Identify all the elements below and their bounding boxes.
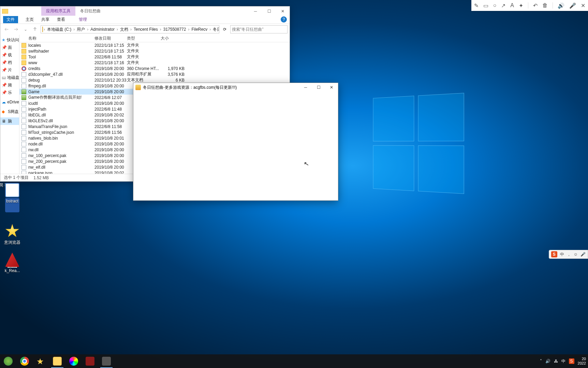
file-row[interactable]: www2022/1/18 17:16文件夹	[19, 60, 290, 66]
column-headers[interactable]: 名称 修改日期 类型 大小	[19, 35, 290, 42]
col-size[interactable]: 大小	[161, 36, 169, 41]
start-button[interactable]	[0, 354, 16, 368]
chevron-right-icon[interactable]: ›	[87, 27, 88, 32]
chevron-right-icon[interactable]: ›	[188, 27, 189, 32]
crumb-qq[interactable]: 3175508772	[162, 27, 188, 32]
chevron-right-icon[interactable]: ›	[117, 27, 118, 32]
nav-pinned-item[interactable]: 📌乐	[0, 89, 19, 96]
close-button[interactable]: ✕	[325, 83, 338, 92]
desktop-icon-browser[interactable]: 意浏览器	[0, 224, 25, 245]
text-icon[interactable]: A	[510, 2, 514, 9]
tray-clock[interactable]: 20 2022	[578, 357, 586, 366]
speaker-icon[interactable]: 🔊	[558, 2, 564, 9]
ime-mic-icon[interactable]: 🎤	[580, 252, 586, 257]
game-titlebar[interactable]: 冬日狂想曲-更多游戏资源：acgfbs.com(每日更新!!!) ─ ☐ ✕	[133, 83, 338, 92]
chevron-right-icon[interactable]: ›	[130, 27, 132, 32]
tab-manage[interactable]: 管理	[79, 17, 87, 23]
chevron-right-icon[interactable]: ›	[209, 27, 211, 32]
nav-wps-drive[interactable]: ◆S网盘	[0, 108, 19, 115]
chevron-right-icon[interactable]: ›	[73, 27, 75, 32]
nav-pinned-item[interactable]: 📌档	[0, 59, 19, 66]
refresh-button[interactable]: ⟳	[221, 27, 229, 32]
taskbar-app[interactable]	[82, 354, 98, 368]
close-button[interactable]: ✕	[276, 6, 290, 16]
undo-icon[interactable]: ↶	[533, 2, 538, 9]
nav-this-pc[interactable]: 🖥脑	[0, 117, 19, 125]
col-name[interactable]: 名称	[28, 36, 36, 41]
crumb-tencent[interactable]: Tencent Files	[132, 27, 159, 32]
close-icon[interactable]: ✕	[581, 2, 585, 9]
nav-recent-button[interactable]: ⌄	[21, 25, 30, 33]
help-button[interactable]: ?	[281, 16, 287, 23]
col-type[interactable]: 类型	[127, 36, 135, 41]
tray-ime-lang[interactable]: 中	[561, 358, 565, 364]
ime-lang[interactable]: 中	[560, 252, 564, 257]
tray-sogou-icon[interactable]: S	[569, 358, 574, 364]
explorer-ribbon-tabs: 文件 主页 共享 查看 管理 ?	[0, 16, 290, 24]
ime-floating-bar[interactable]: S 中 ， ☺ 🎤	[549, 250, 588, 259]
maximize-button[interactable]: ☐	[312, 83, 325, 92]
taskbar-chrome[interactable]	[16, 354, 33, 368]
rectangle-icon[interactable]: ▭	[483, 2, 488, 9]
minimize-button[interactable]: ─	[299, 83, 312, 92]
breadcrumb-bar[interactable]: › 本地磁盘 (C:) › 用户 › Administrator › 文档 › …	[41, 25, 219, 33]
tray-chevron-icon[interactable]: ˄	[540, 359, 542, 364]
tab-view[interactable]: 查看	[57, 17, 65, 23]
pencil-icon[interactable]: ✎	[474, 2, 479, 9]
nav-pinned-item[interactable]: 📌面	[0, 44, 19, 51]
crumb-admin[interactable]: Administrator	[89, 27, 116, 32]
navigation-pane[interactable]: ★快访问 📌面 📌载 📌档 📌片 🖴地磁盘 (E:) 📌频 📌乐 ☁eDrive…	[0, 35, 19, 174]
minimize-button[interactable]: ─	[249, 6, 262, 16]
highlighter-icon[interactable]: ✦	[519, 2, 523, 9]
annotation-toolbar: ✎ ▭ ○ ↗ A ✦ ↶ 🗑 🔊 🎤 ✕	[471, 0, 588, 11]
file-row[interactable]: Tool2022/6/8 11:58文件夹	[19, 54, 290, 60]
desktop-icon-crx[interactable]: .CRX k_Rea...	[0, 253, 25, 273]
circle-icon[interactable]: ○	[493, 2, 497, 9]
crumb-users[interactable]: 用户	[75, 27, 86, 32]
chevron-right-icon[interactable]: ›	[44, 27, 45, 32]
tray-volume-icon[interactable]: 🔊	[545, 359, 550, 364]
taskbar-explorer[interactable]	[49, 354, 65, 368]
taskbar-favorites[interactable]: ★	[33, 354, 49, 368]
nav-up-button[interactable]: 🡡	[31, 25, 39, 33]
explorer-titlebar[interactable]: 应用程序工具 冬日狂想曲 ─ ☐ ✕	[0, 6, 290, 16]
desktop-icon-abstract[interactable]: bstract	[0, 183, 25, 203]
nav-pinned-item[interactable]: 📌片	[0, 66, 19, 74]
file-date: 2022/1/18 17:15	[94, 43, 124, 48]
tab-share[interactable]: 共享	[41, 17, 49, 23]
taskbar-chrome-canary[interactable]	[65, 354, 82, 368]
nav-pinned-item[interactable]: 📌频	[0, 81, 19, 89]
file-row[interactable]: swiftshader2022/1/18 17:15文件夹	[19, 48, 290, 54]
col-date[interactable]: 修改日期	[94, 36, 111, 41]
chevron-right-icon[interactable]: ›	[160, 27, 161, 32]
chrome-icon	[21, 66, 26, 71]
nav-pinned-item[interactable]: 🖴地磁盘 (E:)	[0, 74, 19, 81]
crumb-current[interactable]: 冬日狂想曲	[211, 27, 219, 32]
mic-muted-icon[interactable]: 🎤	[569, 2, 576, 9]
tab-file[interactable]: 文件	[3, 16, 18, 23]
arrow-icon[interactable]: ↗	[501, 2, 505, 9]
ribbon-context-tab[interactable]: 应用程序工具	[41, 6, 75, 16]
sogou-icon[interactable]: S	[551, 251, 557, 257]
crumb-docs[interactable]: 文档	[119, 27, 130, 32]
crumb-filerecv[interactable]: FileRecv	[190, 27, 209, 32]
file-date: 2019/10/8 20:01	[94, 136, 124, 141]
file-row[interactable]: credits2019/10/8 20:00360 Chrome HT...1,…	[19, 66, 290, 71]
game-client-area[interactable]: ↖	[133, 92, 338, 200]
file-row[interactable]: locales2022/1/18 17:15文件夹	[19, 42, 290, 48]
nav-onedrive[interactable]: ☁eDrive	[0, 98, 19, 106]
nav-back-button[interactable]: 🡠	[2, 25, 11, 33]
trash-icon[interactable]: 🗑	[542, 2, 548, 9]
maximize-button[interactable]: ☐	[262, 6, 276, 16]
crumb-drive[interactable]: 本地磁盘 (C:)	[46, 27, 73, 32]
file-row[interactable]: d3dcompiler_47.dll2019/10/8 20:00应用程序扩展3…	[19, 71, 290, 77]
tab-home[interactable]: 主页	[26, 17, 34, 23]
taskbar-game[interactable]	[98, 354, 115, 368]
tray-network-icon[interactable]: 🖧	[554, 359, 558, 364]
nav-pinned-item[interactable]: 📌载	[0, 51, 19, 59]
nav-quick-access[interactable]: ★快访问	[0, 36, 19, 44]
ime-emoji-icon[interactable]: ☺	[574, 252, 578, 257]
file-row[interactable]: debug2022/10/12 20:33文本文档6 KB	[19, 77, 290, 83]
search-input[interactable]: 搜索"冬日狂想曲"	[230, 25, 288, 33]
ime-punct[interactable]: ，	[567, 252, 571, 257]
